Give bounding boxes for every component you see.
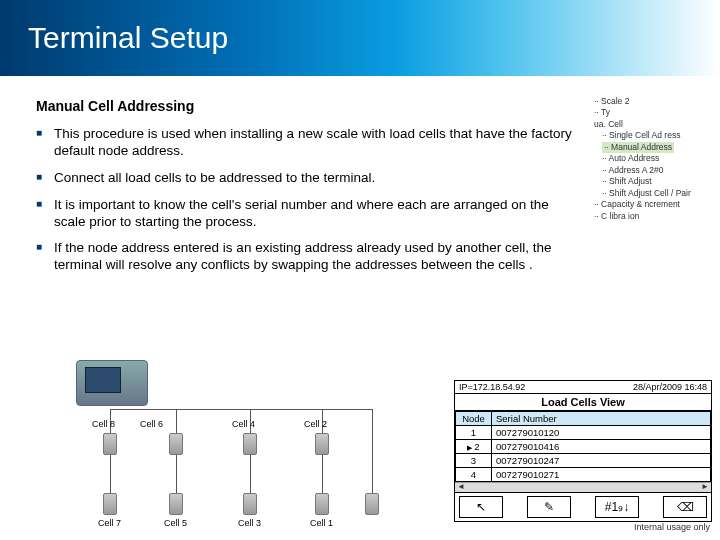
lcv-scrollbar[interactable] <box>455 482 711 492</box>
tree-item: ·· Single Cell Ad ress <box>594 130 714 141</box>
tree-item: ·· Shift Adjust <box>594 176 714 187</box>
col-node: Node <box>456 412 492 426</box>
loadcell-icon <box>243 433 257 455</box>
tree-item: ·· Auto Address <box>594 153 714 164</box>
footer-text: Internal usage only <box>634 522 710 532</box>
loadcell-icon <box>315 493 329 515</box>
page-title: Terminal Setup <box>28 21 228 55</box>
cell-label: Cell 6 <box>140 419 163 429</box>
softkey-delete-icon[interactable]: ⌫ <box>663 496 707 518</box>
loadcell-icon <box>169 433 183 455</box>
table-row: 4007279010271 <box>456 468 711 482</box>
lcv-datetime: 28/Apr/2009 16:48 <box>633 382 707 392</box>
lcv-softkeys: ↖ ✎ #1₉↓ ⌫ <box>455 492 711 521</box>
cell-label: Cell 3 <box>238 518 261 528</box>
tree-item: ua. Cell <box>594 119 714 130</box>
loadcell-icon <box>169 493 183 515</box>
softkey-edit-icon[interactable]: ✎ <box>527 496 571 518</box>
lcv-ip: IP=172.18.54.92 <box>459 382 525 392</box>
table-header-row: Node Serial Number <box>456 412 711 426</box>
cell-label: Cell 1 <box>310 518 333 528</box>
bullet-item: Connect all load cells to be addressed t… <box>36 170 576 187</box>
softkey-address-icon[interactable]: #1₉↓ <box>595 496 639 518</box>
table-row: 1007279010120 <box>456 426 711 440</box>
bullet-list: This procedure is used when installing a… <box>36 126 576 274</box>
lcv-table: Node Serial Number 1007279010120 2007279… <box>455 411 711 482</box>
bullet-item: It is important to know the cell's seria… <box>36 197 576 231</box>
tree-item: ·· Scale 2 <box>594 96 714 107</box>
tree-item-selected: ·· Manual Address <box>594 142 714 153</box>
loadcell-icon <box>243 493 257 515</box>
cell-label: Cell 4 <box>232 419 255 429</box>
loadcell-icon <box>103 493 117 515</box>
tree-item: ·· Ty <box>594 107 714 118</box>
tree-item: ·· Capacity & ncrement <box>594 199 714 210</box>
cell-label: Cell 2 <box>304 419 327 429</box>
cell-label: Cell 7 <box>98 518 121 528</box>
lcv-title: Load Cells View <box>455 394 711 411</box>
bullet-item: This procedure is used when installing a… <box>36 126 576 160</box>
tree-item: ·· Address A 2#0 <box>594 165 714 176</box>
table-row-selected: 2007279010416 <box>456 440 711 454</box>
tree-item: ·· C libra ion <box>594 211 714 222</box>
lcv-statusbar: IP=172.18.54.92 28/Apr/2009 16:48 <box>455 381 711 394</box>
title-banner: Terminal Setup <box>0 0 720 76</box>
wiring-diagram: Cell 8 Cell 6 Cell 4 Cell 2 Cell 7 Cell … <box>60 360 400 520</box>
table-row: 3007279010247 <box>456 454 711 468</box>
bus-line <box>110 409 372 410</box>
terminal-icon <box>76 360 148 406</box>
menu-tree: ·· Scale 2 ·· Ty ua. Cell ·· Single Cell… <box>594 96 714 222</box>
loadcell-icon <box>315 433 329 455</box>
cell-label: Cell 8 <box>92 419 115 429</box>
col-serial: Serial Number <box>492 412 711 426</box>
loadcell-icon <box>365 493 379 515</box>
cell-label: Cell 5 <box>164 518 187 528</box>
loadcell-icon <box>103 433 117 455</box>
softkey-back-icon[interactable]: ↖ <box>459 496 503 518</box>
load-cells-view-panel: IP=172.18.54.92 28/Apr/2009 16:48 Load C… <box>454 380 712 522</box>
bullet-item: If the node address entered is an existi… <box>36 240 576 274</box>
tree-item: ·· Shift Adjust Cell / Pair <box>594 188 714 199</box>
